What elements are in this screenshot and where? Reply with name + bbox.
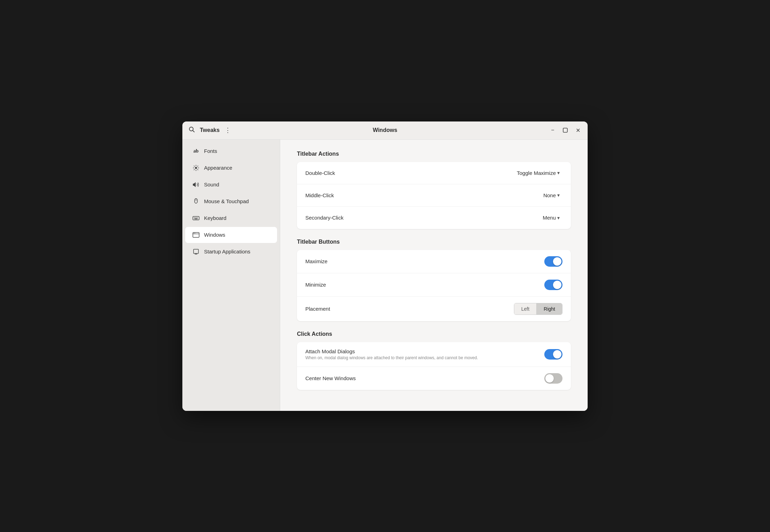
app-title: Tweaks: [200, 127, 220, 133]
svg-rect-11: [197, 217, 198, 218]
close-button[interactable]: ✕: [572, 125, 583, 136]
center-new-windows-toggle[interactable]: [544, 373, 562, 384]
maximize-row: Maximize: [297, 250, 571, 273]
sidebar-item-fonts[interactable]: ab Fonts: [185, 143, 277, 159]
sidebar-item-label: Mouse & Touchpad: [204, 198, 249, 204]
titlebar-right: − ✕: [486, 125, 583, 136]
click-actions-title: Click Actions: [297, 331, 571, 337]
svg-point-15: [194, 233, 194, 234]
placement-label: Placement: [305, 306, 330, 312]
sidebar-item-label: Fonts: [204, 148, 217, 154]
svg-rect-10: [196, 217, 197, 218]
placement-left-button[interactable]: Left: [514, 303, 537, 315]
sidebar-item-label: Appearance: [204, 165, 232, 171]
sidebar-item-label: Keyboard: [204, 215, 226, 221]
sidebar-item-label: Sound: [204, 182, 219, 187]
minimize-row: Minimize: [297, 273, 571, 297]
svg-rect-7: [193, 216, 199, 220]
fonts-icon: ab: [192, 147, 200, 155]
maximize-toggle[interactable]: [544, 256, 562, 267]
attach-modal-sublabel: When on, modal dialog windows are attach…: [305, 355, 478, 360]
titlebar-actions-card: Double-Click Toggle Maximize ▾ Middle-Cl…: [297, 162, 571, 229]
svg-point-16: [195, 233, 195, 234]
search-button[interactable]: [187, 124, 197, 136]
chevron-down-icon: ▾: [557, 170, 560, 176]
startup-icon: [192, 248, 200, 256]
center-new-windows-label: Center New Windows: [305, 375, 356, 381]
svg-point-3: [195, 167, 197, 169]
appearance-icon: [192, 164, 200, 172]
svg-line-1: [193, 130, 194, 132]
double-click-label: Double-Click: [305, 170, 335, 176]
svg-rect-9: [195, 217, 196, 218]
double-click-row: Double-Click Toggle Maximize ▾: [297, 162, 571, 184]
attach-modal-row: Attach Modal Dialogs When on, modal dial…: [297, 342, 571, 367]
double-click-control: Toggle Maximize ▾: [514, 169, 562, 177]
content: ab Fonts Appearance: [182, 140, 588, 411]
placement-group: Left Right: [514, 303, 562, 315]
click-actions-card: Attach Modal Dialogs When on, modal dial…: [297, 342, 571, 390]
restore-button[interactable]: [560, 125, 571, 136]
middle-click-label: Middle-Click: [305, 192, 334, 198]
secondary-click-control: Menu ▾: [540, 213, 562, 222]
menu-button[interactable]: ⋮: [223, 124, 233, 136]
maximize-label: Maximize: [305, 258, 327, 264]
sidebar-item-startup-applications[interactable]: Startup Applications: [185, 244, 277, 260]
svg-rect-12: [195, 219, 198, 219]
secondary-click-row: Secondary-Click Menu ▾: [297, 207, 571, 229]
center-new-windows-row: Center New Windows: [297, 367, 571, 390]
middle-click-dropdown[interactable]: None ▾: [540, 191, 562, 200]
svg-rect-2: [563, 128, 567, 132]
mouse-icon: [192, 198, 200, 205]
sidebar-item-appearance[interactable]: Appearance: [185, 160, 277, 176]
titlebar: Tweaks ⋮ Windows − ✕: [182, 121, 588, 140]
svg-rect-8: [194, 217, 195, 218]
secondary-click-dropdown[interactable]: Menu ▾: [540, 213, 562, 222]
minimize-button[interactable]: −: [547, 125, 558, 136]
attach-modal-label: Attach Modal Dialogs: [305, 348, 478, 354]
titlebar-left: Tweaks ⋮: [187, 124, 284, 136]
app-window: Tweaks ⋮ Windows − ✕ ab Fonts: [182, 121, 588, 411]
titlebar-buttons-card: Maximize Minimize: [297, 250, 571, 321]
svg-point-6: [196, 203, 196, 204]
sidebar-item-label: Startup Applications: [204, 249, 250, 254]
sidebar-item-keyboard[interactable]: Keyboard: [185, 210, 277, 226]
sidebar-item-sound[interactable]: Sound: [185, 177, 277, 193]
minimize-label: Minimize: [305, 282, 326, 288]
placement-right-button[interactable]: Right: [537, 303, 562, 315]
titlebar-buttons-title: Titlebar Buttons: [297, 239, 571, 245]
double-click-dropdown[interactable]: Toggle Maximize ▾: [514, 169, 562, 177]
titlebar-actions-title: Titlebar Actions: [297, 151, 571, 157]
sidebar-item-mouse-touchpad[interactable]: Mouse & Touchpad: [185, 193, 277, 209]
chevron-down-icon: ▾: [557, 215, 560, 221]
page-title: Windows: [284, 127, 486, 133]
sound-icon: [192, 181, 200, 189]
sidebar-item-label: Windows: [204, 232, 225, 238]
chevron-down-icon: ▾: [557, 192, 560, 198]
attach-modal-toggle[interactable]: [544, 349, 562, 360]
middle-click-row: Middle-Click None ▾: [297, 184, 571, 207]
main-content: Titlebar Actions Double-Click Toggle Max…: [280, 140, 588, 411]
placement-row: Placement Left Right: [297, 297, 571, 321]
middle-click-control: None ▾: [540, 191, 562, 200]
sidebar: ab Fonts Appearance: [182, 140, 280, 411]
windows-icon: [192, 231, 200, 239]
sidebar-item-windows[interactable]: Windows: [185, 227, 277, 243]
keyboard-icon: [192, 214, 200, 222]
secondary-click-label: Secondary-Click: [305, 215, 343, 221]
minimize-toggle[interactable]: [544, 280, 562, 290]
